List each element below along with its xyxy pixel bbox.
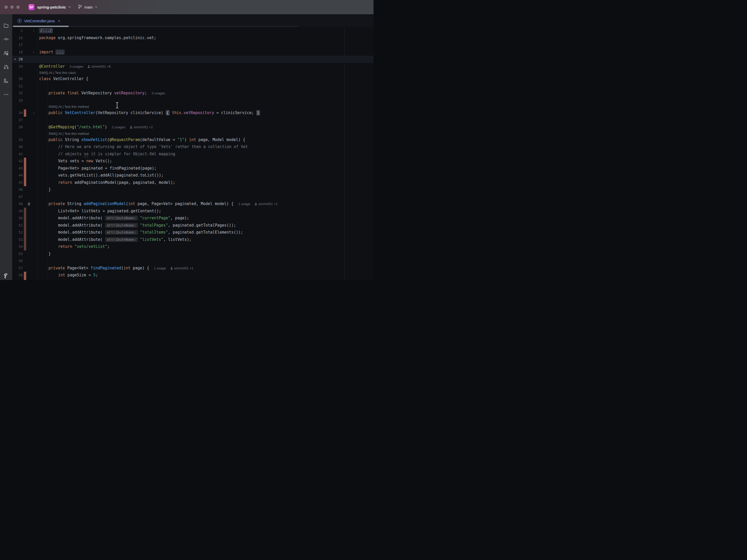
branch-widget[interactable]: main — [78, 0, 98, 14]
vcs-change-bar — [24, 279, 26, 280]
gutter[interactable]: 1› — [12, 27, 38, 34]
line-number[interactable]: 30 — [12, 76, 23, 83]
line-number[interactable]: 29 — [12, 63, 23, 70]
line-number[interactable]: 17 — [12, 42, 23, 49]
usages-hint[interactable]: 1 usage — [238, 202, 250, 206]
more-tool-windows-icon[interactable] — [0, 90, 12, 99]
fold-arrow-icon[interactable]: › — [33, 109, 35, 117]
line-number[interactable]: 49 — [12, 208, 23, 215]
code-line: 42Vets vets = new Vets(); — [12, 158, 374, 165]
line-number[interactable]: 51 — [12, 222, 23, 229]
vcs-update-branch-icon[interactable] — [0, 62, 12, 71]
fold-arrow-icon[interactable]: › — [33, 49, 35, 56]
gutter[interactable]: 37 — [12, 117, 38, 124]
line-number[interactable]: 33 — [12, 97, 23, 104]
line-number[interactable]: 47 — [12, 193, 23, 201]
gutter[interactable]: 49 — [12, 208, 38, 215]
line-number[interactable]: 52 — [12, 229, 23, 236]
line-number[interactable]: 42 — [12, 158, 23, 165]
line-number[interactable]: 54 — [12, 243, 23, 250]
gutter[interactable]: 42 — [12, 158, 38, 165]
gutter[interactable]: 46 — [12, 186, 38, 193]
gutter[interactable]: 57 — [12, 265, 38, 272]
gutter[interactable]: 43 — [12, 165, 38, 172]
collaborators-help-icon[interactable]: ? — [0, 49, 12, 58]
line-number[interactable]: 59 — [12, 279, 23, 280]
window-zoom-button[interactable] — [16, 5, 20, 9]
gutter[interactable]: 33 — [12, 97, 38, 104]
gutter[interactable] — [12, 131, 38, 136]
gutter[interactable]: 54 — [12, 243, 38, 250]
usages-hint[interactable]: 1 usage — [154, 266, 166, 270]
line-number[interactable]: 55 — [12, 250, 23, 258]
line-number[interactable]: 34 — [12, 109, 23, 117]
annotation-gutter-icon[interactable]: @ — [28, 201, 30, 208]
gutter[interactable]: 58 — [12, 272, 38, 279]
gutter[interactable] — [12, 70, 38, 76]
line-number[interactable]: 18 — [12, 49, 23, 56]
gutter[interactable]: 41 — [12, 151, 38, 158]
line-number[interactable]: 53 — [12, 236, 23, 243]
line-number[interactable]: 41 — [12, 151, 23, 158]
gutter[interactable]: 32 — [12, 90, 38, 97]
window-minimize-button[interactable] — [10, 5, 14, 9]
line-number[interactable]: 16 — [12, 34, 23, 42]
line-number[interactable]: 40 — [12, 143, 23, 151]
line-number[interactable]: 31 — [12, 83, 23, 90]
line-number[interactable]: 46 — [12, 186, 23, 193]
usages-hint[interactable]: 3 usages — [70, 64, 83, 69]
line-number[interactable]: 1 — [12, 27, 23, 34]
gutter[interactable]: 18› — [12, 49, 38, 56]
code-editor[interactable]: 1›/.../16package org.springframework.sam… — [12, 27, 374, 280]
gutter[interactable]: 30 — [12, 76, 38, 83]
tab-vetcontroller[interactable]: C VetController.java × — [15, 14, 64, 27]
gutter[interactable]: 50 — [12, 215, 38, 222]
line-number[interactable]: 38 — [12, 124, 23, 131]
gutter[interactable]: 16 — [12, 34, 38, 42]
project-folder-icon[interactable] — [0, 21, 12, 30]
line-number[interactable]: 44 — [12, 172, 23, 179]
gutter[interactable] — [12, 104, 38, 109]
line-number[interactable]: 28 — [12, 56, 23, 63]
window-close-button[interactable] — [4, 5, 8, 9]
usages-hint[interactable]: 2 usages — [112, 125, 126, 129]
line-number[interactable]: 32 — [12, 90, 23, 97]
build-hammer-icon[interactable] — [0, 272, 12, 280]
gutter[interactable]: 53 — [12, 236, 38, 243]
usages-hint[interactable]: 3 usages — [152, 91, 165, 95]
gutter[interactable]: 39 — [12, 136, 38, 144]
line-content: Page<Vet> paginated = findPaginated(page… — [38, 165, 374, 172]
line-number[interactable]: 58 — [12, 272, 23, 279]
gutter[interactable]: 28 — [12, 56, 38, 63]
gutter[interactable]: 38 — [12, 124, 38, 131]
gutter[interactable]: 59 — [12, 279, 38, 280]
gutter[interactable]: 31 — [12, 83, 38, 90]
commit-icon[interactable] — [0, 35, 12, 44]
tab-close-icon[interactable]: × — [58, 19, 60, 23]
line-number[interactable]: 50 — [12, 215, 23, 222]
gutter[interactable]: 48@ — [12, 201, 38, 208]
project-widget[interactable]: SP spring-petclinic — [28, 0, 71, 14]
line-number[interactable]: 56 — [12, 258, 23, 265]
line-number[interactable]: 39 — [12, 136, 23, 144]
gutter[interactable]: 51 — [12, 222, 38, 229]
gutter[interactable]: 44 — [12, 172, 38, 179]
structure-icon[interactable] — [0, 76, 12, 85]
gutter[interactable]: 17 — [12, 42, 38, 49]
gutter[interactable]: 52 — [12, 229, 38, 236]
line-number[interactable]: 43 — [12, 165, 23, 172]
fold-arrow-icon[interactable]: › — [33, 27, 35, 34]
line-number[interactable]: 45 — [12, 179, 23, 186]
gutter[interactable]: 34› — [12, 109, 38, 117]
gutter[interactable]: 29 — [12, 63, 38, 70]
line-number[interactable]: 48 — [12, 201, 23, 208]
window-controls[interactable] — [4, 5, 20, 9]
gutter[interactable]: 47 — [12, 193, 38, 201]
gutter[interactable]: 56 — [12, 258, 38, 265]
code-line: 55} — [12, 250, 374, 258]
gutter[interactable]: 55 — [12, 250, 38, 258]
line-number[interactable]: 57 — [12, 265, 23, 272]
gutter[interactable]: 45 — [12, 179, 38, 186]
line-number[interactable]: 37 — [12, 117, 23, 124]
gutter[interactable]: 40 — [12, 143, 38, 151]
